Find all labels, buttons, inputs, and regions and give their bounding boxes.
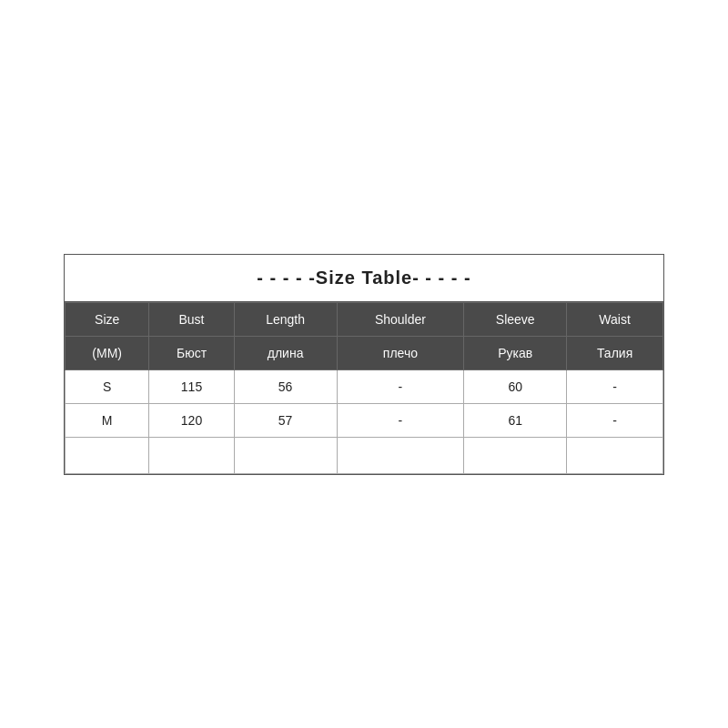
table-cell: S xyxy=(66,369,149,403)
header-mm: (MM) xyxy=(66,336,149,369)
table-cell: - xyxy=(337,369,464,403)
header-row-en: Size Bust Length Shoulder Sleeve Waist xyxy=(66,302,663,336)
table-cell: - xyxy=(337,403,464,437)
table-cell xyxy=(567,437,663,473)
header-waist-ru: Талия xyxy=(567,336,663,369)
table-cell: 56 xyxy=(234,369,337,403)
table-row: S11556-60- xyxy=(66,369,663,403)
table-title: - - - - -Size Table- - - - - xyxy=(65,255,663,302)
header-waist: Waist xyxy=(567,302,663,336)
table-cell xyxy=(464,437,567,473)
header-bust-ru: Бюст xyxy=(149,336,234,369)
size-table: Size Bust Length Shoulder Sleeve Waist (… xyxy=(65,302,663,474)
table-cell xyxy=(149,437,234,473)
table-row: M12057-61- xyxy=(66,403,663,437)
table-cell: 57 xyxy=(234,403,337,437)
header-shoulder: Shoulder xyxy=(337,302,464,336)
header-length-ru: длина xyxy=(234,336,337,369)
table-cell: 120 xyxy=(149,403,234,437)
table-cell: - xyxy=(567,369,663,403)
table-cell xyxy=(337,437,464,473)
header-sleeve-ru: Рукав xyxy=(464,336,567,369)
header-size: Size xyxy=(66,302,149,336)
table-cell: M xyxy=(66,403,149,437)
table-cell: - xyxy=(567,403,663,437)
header-row-ru: (MM) Бюст длина плечо Рукав Талия xyxy=(66,336,663,369)
header-sleeve: Sleeve xyxy=(464,302,567,336)
table-cell xyxy=(66,437,149,473)
table-cell xyxy=(234,437,337,473)
size-table-container: - - - - -Size Table- - - - - Size Bust L… xyxy=(64,254,664,475)
header-length: Length xyxy=(234,302,337,336)
table-body: S11556-60-M12057-61- xyxy=(66,369,663,473)
table-row xyxy=(66,437,663,473)
table-cell: 115 xyxy=(149,369,234,403)
header-bust: Bust xyxy=(149,302,234,336)
table-cell: 60 xyxy=(464,369,567,403)
table-cell: 61 xyxy=(464,403,567,437)
header-shoulder-ru: плечо xyxy=(337,336,464,369)
